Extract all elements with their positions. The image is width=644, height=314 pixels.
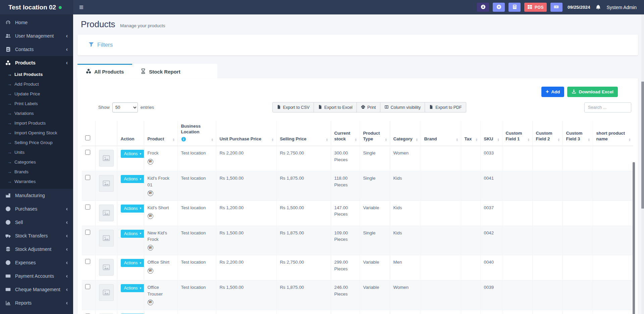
row-checkbox[interactable] <box>85 175 90 180</box>
calculator-button[interactable] <box>508 3 521 12</box>
sidebar-subitem-update-price[interactable]: →Update Price <box>0 89 73 99</box>
quick-add-button[interactable] <box>493 3 505 12</box>
status-dot-icon <box>59 6 62 9</box>
sidebar-item-payment-accounts[interactable]: Payment Accounts‹ <box>0 269 73 283</box>
export-to-excel-button[interactable]: Export to Excel <box>314 102 357 113</box>
search-input[interactable] <box>584 102 631 113</box>
tab-stock-report[interactable]: Stock Report <box>132 64 189 78</box>
cell-selling-price: Rs 1,500.00 <box>276 200 331 226</box>
cell-action: Actions▾ <box>117 226 144 255</box>
column-header-product[interactable]: Product▲▼ <box>144 121 177 146</box>
column-header-selling-price[interactable]: Selling Price▲▼ <box>276 121 331 146</box>
sidebar-item-stock-transfers[interactable]: Stock Transfers‹ <box>0 229 73 242</box>
row-actions-button[interactable]: Actions▾ <box>121 259 144 267</box>
sidebar-item-reports[interactable]: Reports‹ <box>0 296 73 310</box>
cell-image <box>95 171 117 201</box>
row-actions-button[interactable]: Actions▾ <box>121 175 144 183</box>
sidebar-item-sell[interactable]: Sell‹ <box>0 216 73 229</box>
add-button[interactable]: + Add <box>541 87 565 97</box>
row-checkbox[interactable] <box>85 259 90 264</box>
select-all-checkbox[interactable] <box>85 135 90 140</box>
panel-actions: + Add Download Excel <box>77 87 638 97</box>
column-header-product-type[interactable]: Product Type▲▼ <box>360 121 390 146</box>
column-label: short product name <box>596 131 625 141</box>
column-header-brand[interactable]: Brand▲▼ <box>421 121 461 146</box>
row-actions-button[interactable]: Actions▾ <box>121 150 144 158</box>
sidebar-subitem-label: Variations <box>14 111 34 116</box>
table-header-row: ActionProduct▲▼Business Location▲▼Unit P… <box>82 121 633 146</box>
row-actions-button[interactable]: Actions▾ <box>121 230 144 238</box>
arrow-right-icon: → <box>7 121 12 126</box>
arrow-right-icon: → <box>7 130 12 135</box>
user-menu[interactable]: System Admin <box>607 5 637 10</box>
users-icon <box>5 33 11 39</box>
column-label: Selling Price <box>280 136 307 141</box>
sidebar-subitem-import-products[interactable]: →Import Products <box>0 118 73 128</box>
column-header-short-product-name[interactable]: short product name▲▼ <box>593 121 633 146</box>
column-header-unit-purchase-price[interactable]: Unit Purchase Price▲▼ <box>216 121 276 146</box>
row-checkbox[interactable] <box>85 205 90 210</box>
filters-panel[interactable]: Filters <box>77 35 638 55</box>
column-header-business-location[interactable]: Business Location▲▼ <box>177 121 216 146</box>
sidebar-item-products[interactable]: Products‹ <box>0 56 73 70</box>
tab-all-products[interactable]: All Products <box>77 64 132 78</box>
cell-current-stock: 147.00 Pieces <box>331 200 360 226</box>
sidebar-item-purchases[interactable]: Purchases‹ <box>0 202 73 216</box>
cell-short-product-name <box>593 226 633 255</box>
column-visibility-button[interactable]: Column visibility <box>380 102 425 113</box>
hamburger-menu-icon[interactable]: ≡ <box>79 4 84 11</box>
sidebar-subitem-list-products[interactable]: →List Products <box>0 70 73 79</box>
export-to-csv-button[interactable]: Export to CSV <box>272 102 314 113</box>
entries-select[interactable]: 50 <box>112 102 138 113</box>
print-button[interactable]: Print <box>357 102 380 113</box>
sidebar-item-stock-adjustment[interactable]: Stock Adjustment‹ <box>0 242 73 256</box>
row-checkbox[interactable] <box>85 230 90 235</box>
caret-down-icon: ▾ <box>140 178 142 181</box>
sidebar-subitem-selling-price-group[interactable]: →Selling Price Group <box>0 138 73 147</box>
cell-action: Actions▾ <box>117 200 144 226</box>
sidebar-subitem-print-labels[interactable]: →Print Labels <box>0 99 73 108</box>
column-header-custom-field-1[interactable]: Custom Field 1▲▼ <box>502 121 532 146</box>
sidebar-item-cheque-management[interactable]: Cheque Management‹ <box>0 283 73 296</box>
sidebar-subitem-brands[interactable]: →Brands <box>0 167 73 177</box>
page-scrollbar[interactable] <box>641 82 644 209</box>
wordpress-icon <box>148 190 153 196</box>
cell-sku: 0037 <box>480 200 502 226</box>
row-checkbox[interactable] <box>85 284 90 289</box>
sort-icon: ▲▼ <box>385 138 387 142</box>
export-to-pdf-button[interactable]: Export to PDF <box>425 102 466 113</box>
notifications-bell-icon[interactable] <box>595 4 601 10</box>
column-header-sku[interactable]: SKU▲▼ <box>480 121 502 146</box>
sidebar-subitem-import-opening-stock[interactable]: →Import Opening Stock <box>0 128 73 138</box>
arrow-right-icon: → <box>7 72 12 77</box>
sidebar-item-home[interactable]: Home <box>0 16 73 29</box>
download-excel-button[interactable]: Download Excel <box>567 87 618 97</box>
pos-button[interactable]: POS <box>524 3 547 12</box>
table-scrollbar[interactable] <box>633 162 635 314</box>
column-header-tax[interactable]: Tax▲▼ <box>461 121 480 146</box>
register-button[interactable] <box>477 3 489 12</box>
sidebar-subitem-variations[interactable]: →Variations <box>0 108 73 118</box>
sidebar-subitem-categories[interactable]: →Categories <box>0 157 73 167</box>
sidebar-item-contacts[interactable]: Contacts‹ <box>0 43 73 56</box>
chevron-left-icon: ‹ <box>66 220 68 225</box>
sidebar-item-label: Contacts <box>15 47 34 52</box>
row-actions-button[interactable]: Actions▾ <box>121 284 144 292</box>
column-header-current-stock[interactable]: Current stock▲▼ <box>331 121 360 146</box>
cell-tax <box>461 226 480 255</box>
sidebar-item-expenses[interactable]: Expenses‹ <box>0 256 73 269</box>
sidebar-subitem-units[interactable]: →Units <box>0 147 73 157</box>
sidebar-item-manufacturing[interactable]: Manufacturing <box>0 189 73 202</box>
cash-button[interactable] <box>550 3 562 12</box>
column-header-custom-field-2[interactable]: Custom Field 2▲▼ <box>532 121 562 146</box>
row-actions-button[interactable]: Actions▾ <box>121 205 144 213</box>
wordpress-icon <box>148 213 153 219</box>
sidebar-subitem-warranties[interactable]: →Warranties <box>0 177 73 186</box>
column-header-custom-field-3[interactable]: Custom Field 3▲▼ <box>562 121 593 146</box>
column-label: Custom Field 3 <box>566 131 583 141</box>
column-header-category[interactable]: Category▲▼ <box>390 121 421 146</box>
cell-category: Women <box>390 146 421 171</box>
sidebar-subitem-add-product[interactable]: →Add Product <box>0 79 73 89</box>
sidebar-item-user-management[interactable]: User Management‹ <box>0 29 73 43</box>
row-checkbox[interactable] <box>85 150 90 155</box>
